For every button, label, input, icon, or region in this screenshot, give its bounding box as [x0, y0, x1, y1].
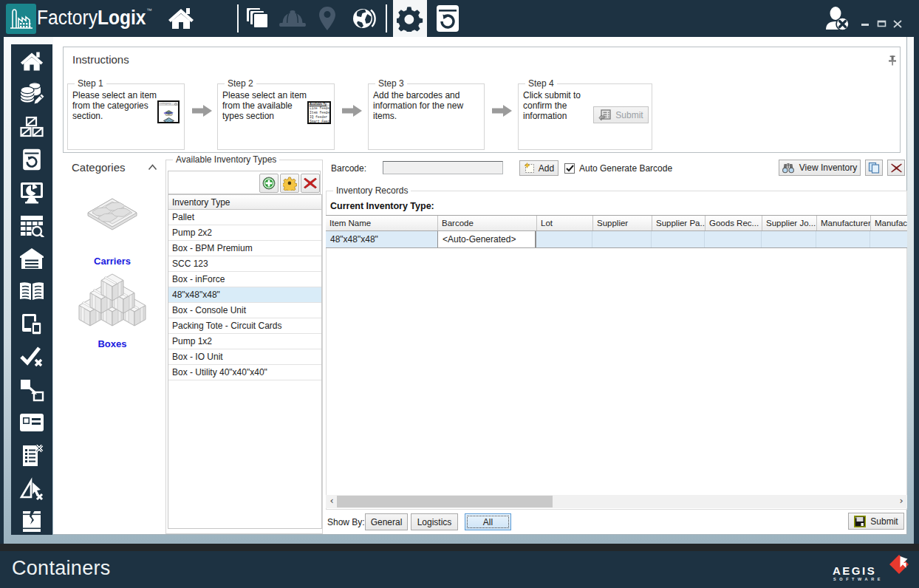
user-logout-icon[interactable]: [823, 0, 853, 37]
instructions-title: Instructions: [72, 53, 129, 66]
devices-icon[interactable]: [19, 312, 44, 337]
column-header[interactable]: Lot: [537, 216, 593, 230]
list-item[interactable]: Packing Tote - Circuit Cards: [168, 318, 321, 334]
column-header[interactable]: Manufac...: [871, 216, 907, 230]
open-book-icon[interactable]: [19, 278, 44, 304]
step-arrow-icon: [492, 105, 512, 117]
location-pin-icon[interactable]: [318, 0, 337, 37]
list-item-selected[interactable]: 48"x48"x48": [168, 287, 321, 303]
gear-icon[interactable]: [393, 0, 427, 37]
record-lot[interactable]: [536, 231, 592, 247]
hardhat-icon[interactable]: [278, 0, 307, 37]
move-box-icon[interactable]: [19, 377, 44, 403]
binoculars-icon: [782, 162, 794, 174]
page-title: Containers: [12, 557, 111, 580]
barcode-input[interactable]: [383, 161, 503, 174]
column-header[interactable]: Goods Rec...: [706, 216, 762, 230]
home-icon[interactable]: [19, 49, 44, 74]
column-header[interactable]: Manufacturer: [817, 216, 871, 230]
list-item[interactable]: Box - IO Unit: [168, 349, 321, 365]
add-type-button[interactable]: [259, 174, 279, 193]
damaged-box-icon[interactable]: [19, 509, 44, 534]
horizontal-scrollbar[interactable]: ‹ ›: [326, 495, 907, 508]
delete-type-button[interactable]: [301, 174, 320, 193]
copy-records-button[interactable]: [865, 160, 883, 176]
scroll-right-arrow[interactable]: ›: [895, 495, 907, 508]
barcode-label: Barcode:: [331, 163, 366, 174]
delete-record-button[interactable]: [887, 160, 905, 176]
database-edit-icon[interactable]: [19, 81, 44, 106]
backup-restore-icon[interactable]: [19, 147, 44, 172]
filter-all-label: All: [483, 517, 493, 527]
step-3-label: Step 3: [375, 78, 407, 89]
step-1-text: Please select an item from the categorie…: [72, 90, 157, 121]
record-supplier-part[interactable]: [652, 231, 705, 247]
record-supplier-job[interactable]: [762, 231, 816, 247]
toolbar-divider: [386, 4, 387, 33]
minimize-button[interactable]: [857, 0, 873, 37]
delete-dark-red-x-icon: [891, 163, 902, 173]
boxes-stack-icon[interactable]: [78, 269, 146, 332]
backup-restore-icon[interactable]: [431, 0, 464, 37]
filter-logistics-button[interactable]: Logistics: [411, 513, 458, 530]
filter-general-button[interactable]: General: [365, 513, 408, 530]
id-card-icon[interactable]: [19, 410, 44, 435]
list-item[interactable]: Box - Console Unit: [168, 303, 321, 318]
notepad-delete-icon[interactable]: [19, 443, 44, 468]
show-by-label: Show By:: [327, 517, 365, 527]
list-item[interactable]: Pallet: [168, 210, 321, 225]
copy-pages-icon[interactable]: [244, 0, 272, 37]
ruler-cursor-icon[interactable]: [19, 476, 44, 501]
pushpin-icon[interactable]: [888, 55, 897, 66]
column-header[interactable]: Supplier Pa...: [652, 216, 706, 230]
scroll-left-arrow[interactable]: ‹: [326, 495, 338, 508]
column-header[interactable]: Supplier Jo...: [762, 216, 817, 230]
view-inventory-button[interactable]: View Inventory: [779, 160, 861, 176]
filter-all-button[interactable]: All: [465, 513, 511, 530]
table-search-icon[interactable]: [19, 213, 44, 238]
step-4-submit-button[interactable]: Submit: [593, 106, 649, 123]
categories-title: Categories: [72, 161, 126, 174]
auto-generate-checkbox[interactable]: [564, 163, 575, 174]
scrollbar-thumb[interactable]: [337, 496, 553, 507]
column-header[interactable]: Barcode: [438, 216, 537, 230]
gear-yellow-icon: [283, 177, 297, 191]
list-item[interactable]: Box - Utility 40"x40"x40": [168, 365, 321, 380]
record-manufacturer-2[interactable]: [870, 231, 907, 247]
list-item[interactable]: Pump 2x2: [168, 225, 321, 241]
column-header[interactable]: Supplier: [593, 216, 652, 230]
record-barcode[interactable]: <Auto-Generated>: [437, 231, 536, 247]
record-item-name[interactable]: 48"x48"x48": [326, 231, 438, 247]
category-boxes[interactable]: Boxes: [68, 338, 157, 349]
globe-icon[interactable]: [350, 0, 378, 37]
submit-button[interactable]: Submit: [848, 513, 904, 530]
checkmarks-icon[interactable]: [19, 344, 44, 369]
footer-divider-strip: [0, 544, 919, 551]
navigation-sidebar: [11, 44, 52, 535]
maximize-button[interactable]: [873, 0, 889, 37]
stacked-blocks-icon[interactable]: [19, 114, 44, 140]
close-button[interactable]: [889, 0, 906, 37]
list-item[interactable]: SCC 123: [168, 256, 321, 272]
record-supplier[interactable]: [592, 231, 652, 247]
collapse-chevron-icon[interactable]: [148, 164, 157, 171]
column-header[interactable]: Item Name: [326, 216, 438, 230]
available-types-column-header[interactable]: Inventory Type: [168, 194, 321, 210]
home-icon[interactable]: [167, 0, 195, 37]
step-4-submit-label: Submit: [615, 110, 643, 120]
monitor-chart-icon[interactable]: [19, 180, 44, 205]
list-item[interactable]: Box - inForce: [168, 272, 321, 287]
record-goods-received[interactable]: [705, 231, 762, 247]
list-item[interactable]: Box - BPM Premium: [168, 241, 321, 256]
record-manufacturer[interactable]: [816, 231, 870, 247]
step-4-text: Click submit to confirm the information: [523, 90, 581, 121]
warehouse-icon[interactable]: [19, 246, 44, 271]
carriers-tray-icon[interactable]: [87, 198, 137, 236]
add-button[interactable]: Add: [519, 160, 558, 176]
category-carriers[interactable]: Carriers: [68, 256, 157, 267]
list-item[interactable]: Pump 1x2: [168, 334, 321, 349]
trademark: ™: [146, 7, 151, 14]
record-row[interactable]: 48"x48"x48" <Auto-Generated>: [326, 231, 907, 248]
edit-type-button[interactable]: [280, 174, 299, 193]
add-green-plus-icon: [262, 177, 276, 190]
